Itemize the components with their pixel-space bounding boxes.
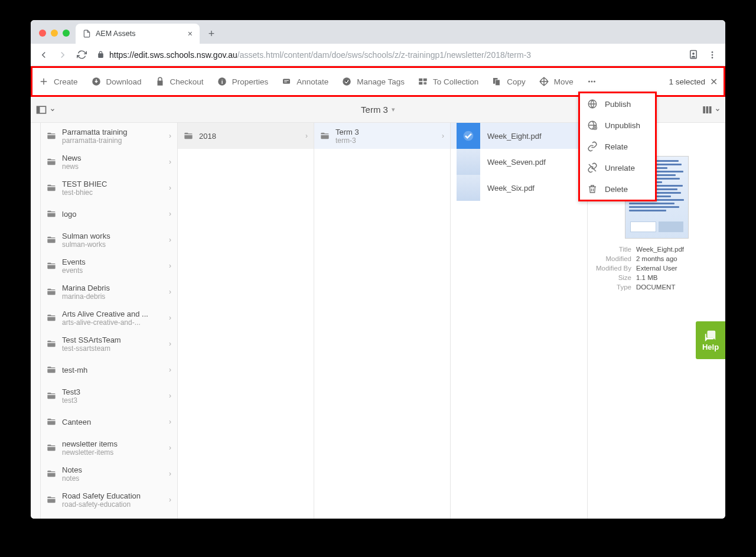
- meta-type: DOCUMENT: [636, 284, 675, 291]
- breadcrumb[interactable]: Term 3 ▾: [361, 105, 395, 115]
- folder-item[interactable]: Test SSArtsTeamtest-ssartsteam›: [41, 331, 177, 357]
- svg-point-18: [594, 81, 595, 83]
- browser-tab[interactable]: AEM Assets ×: [76, 24, 200, 44]
- asset-thumbnail: [457, 175, 480, 201]
- address-bar[interactable]: https://edit.sws.schools.nsw.gov.au/asse…: [92, 47, 683, 63]
- chevron-down-icon: ▾: [392, 106, 395, 113]
- asset-thumbnail: [457, 123, 480, 149]
- maximize-window-button[interactable]: [63, 30, 70, 37]
- forward-button[interactable]: [54, 47, 71, 63]
- meta-modified: 2 months ago: [636, 255, 677, 262]
- meta-title: Week_Eight.pdf: [636, 246, 684, 253]
- minimize-window-button[interactable]: [51, 30, 58, 37]
- close-tab-button[interactable]: ×: [188, 29, 193, 38]
- folder-item[interactable]: Marina Debrismarina-debris›: [41, 279, 177, 305]
- svg-rect-8: [283, 79, 290, 84]
- plus-icon: [38, 76, 49, 87]
- folder-item[interactable]: Eventsevents›: [41, 253, 177, 279]
- folder-item[interactable]: newsletter itemsnewsletter-items›: [41, 435, 177, 461]
- unpublish-menuitem[interactable]: Unpublish: [580, 115, 655, 136]
- rail-toggle-button[interactable]: [35, 104, 56, 116]
- folder-item[interactable]: Arts Alive Creative and ...arts-alive-cr…: [41, 305, 177, 331]
- collection-icon: [418, 76, 428, 87]
- more-actions-button[interactable]: [586, 76, 597, 87]
- chat-icon: [704, 330, 717, 343]
- globe-x-icon: [587, 120, 598, 131]
- asset-item[interactable]: Week_Seven.pdf: [451, 149, 587, 175]
- copy-button[interactable]: Copy: [491, 76, 526, 87]
- annotate-icon: [281, 76, 292, 87]
- view-switcher-button[interactable]: [702, 105, 721, 115]
- folder-item[interactable]: Canteen›: [41, 409, 177, 435]
- svg-point-1: [692, 52, 695, 54]
- asset-name: Week_Eight.pdf: [487, 132, 542, 141]
- chevron-down-icon: [715, 107, 721, 113]
- move-icon: [539, 76, 549, 87]
- globe-icon: [587, 99, 598, 109]
- folder-item[interactable]: Test3test3›: [41, 383, 177, 409]
- chevron-down-icon: [50, 107, 56, 113]
- annotate-button[interactable]: Annotate: [281, 76, 328, 87]
- folder-item[interactable]: 2018›: [178, 123, 314, 149]
- manage-tags-button[interactable]: Manage Tags: [341, 76, 405, 87]
- unlink-icon: [587, 162, 598, 173]
- trash-icon: [587, 184, 598, 194]
- folder-item[interactable]: Road Safety Educationroad-safety-educati…: [41, 487, 177, 513]
- properties-button[interactable]: iProperties: [217, 76, 269, 87]
- download-button[interactable]: Download: [91, 76, 142, 87]
- svg-point-2: [712, 51, 713, 53]
- to-collection-button[interactable]: To Collection: [418, 76, 478, 87]
- move-button[interactable]: Move: [539, 76, 573, 87]
- folder-item[interactable]: test-mh›: [41, 357, 177, 383]
- new-tab-button[interactable]: +: [203, 25, 220, 42]
- url-text: https://edit.sws.schools.nsw.gov.au/asse…: [109, 50, 531, 60]
- folder-item[interactable]: Term 3term-3›: [314, 123, 450, 149]
- svg-rect-15: [496, 80, 500, 86]
- folder-item[interactable]: Sulman workssulman-works›: [41, 227, 177, 253]
- meta-size: 1.1 MB: [636, 274, 657, 281]
- more-actions-menu: Publish Unpublish Relate Unrelate Delete: [578, 92, 657, 201]
- delete-menuitem[interactable]: Delete: [580, 178, 655, 200]
- panel-icon: [35, 104, 47, 116]
- lock-icon: [155, 76, 165, 87]
- browser-tab-bar: AEM Assets × +: [31, 20, 725, 44]
- column-3: Term 3term-3›: [314, 123, 451, 519]
- page-icon: [83, 30, 91, 38]
- asset-item[interactable]: Week_Six.pdf: [451, 175, 587, 201]
- asset-item[interactable]: Week_Eight.pdf: [451, 123, 587, 149]
- svg-rect-10: [419, 79, 422, 82]
- back-button[interactable]: [35, 47, 52, 63]
- svg-rect-11: [423, 79, 427, 82]
- svg-rect-21: [703, 106, 705, 113]
- folder-item[interactable]: Notesnotes›: [41, 461, 177, 487]
- folder-item[interactable]: Parramatta trainingparramatta-training›: [41, 123, 177, 149]
- svg-point-3: [712, 54, 713, 56]
- svg-rect-20: [37, 106, 40, 113]
- column-1: Parramatta trainingparramatta-training›N…: [41, 123, 178, 519]
- tab-title: AEM Assets: [96, 30, 135, 38]
- meta-modified-by: External User: [636, 265, 677, 272]
- folder-item[interactable]: logo›: [41, 201, 177, 227]
- create-button[interactable]: Create: [38, 76, 78, 87]
- browser-menu-button[interactable]: [704, 47, 721, 63]
- profile-button[interactable]: [685, 47, 702, 63]
- svg-point-17: [591, 81, 592, 83]
- unrelate-menuitem[interactable]: Unrelate: [580, 157, 655, 178]
- checkout-button[interactable]: Checkout: [155, 76, 204, 87]
- folder-item[interactable]: TEST BHIECtest-bhiec›: [41, 175, 177, 201]
- folder-item[interactable]: Newsnews›: [41, 149, 177, 175]
- svg-text:i: i: [221, 79, 223, 85]
- help-button[interactable]: Help: [696, 321, 725, 359]
- asset-name: Week_Seven.pdf: [487, 158, 546, 167]
- reload-button[interactable]: [73, 47, 90, 63]
- asset-metadata: TitleWeek_Eight.pdf Modified2 months ago…: [595, 245, 718, 292]
- column-4: Week_Eight.pdfWeek_Seven.pdfWeek_Six.pdf: [451, 123, 588, 519]
- deselect-button[interactable]: ✕: [710, 76, 718, 87]
- close-window-button[interactable]: [39, 30, 46, 37]
- svg-point-16: [588, 81, 590, 83]
- window-controls: [35, 30, 76, 44]
- relate-menuitem[interactable]: Relate: [580, 136, 655, 157]
- link-icon: [587, 141, 598, 152]
- publish-menuitem[interactable]: Publish: [580, 93, 655, 115]
- tag-icon: [341, 76, 352, 87]
